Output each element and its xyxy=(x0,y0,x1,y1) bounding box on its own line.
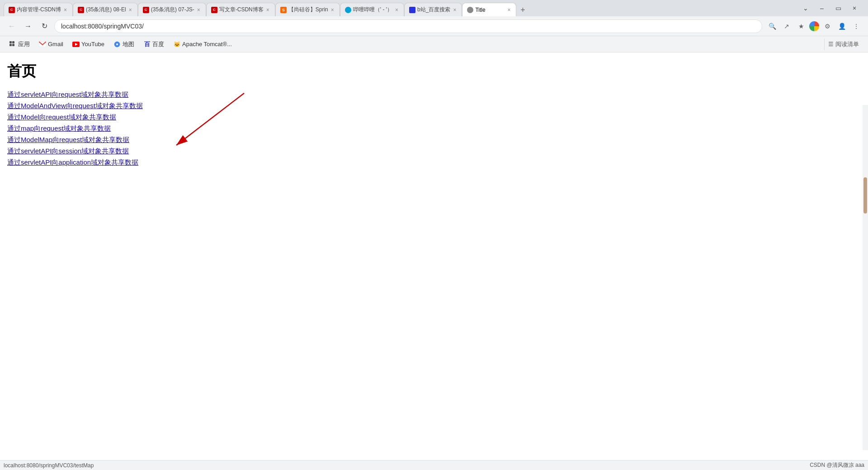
tab-label-3: (35条消息) 07-JS- xyxy=(151,6,194,14)
link-7[interactable]: 通过servletAPI向application域对象共享数据 xyxy=(7,158,861,167)
tab-7[interactable]: b站_百度搜索 × xyxy=(404,3,462,16)
content-area: 首页 通过servletAPI向request域对象共享数据 通过ModelAn… xyxy=(0,52,868,460)
reload-button[interactable]: ↻ xyxy=(38,20,51,33)
tab-label-2: (35条消息) 08-El xyxy=(86,6,126,14)
tab-list-button[interactable]: ⌄ xyxy=(799,2,812,14)
gmail-icon xyxy=(39,41,46,48)
page-title: 首页 xyxy=(7,62,861,81)
scrollbar-track[interactable] xyxy=(863,105,868,450)
tab-close-4[interactable]: × xyxy=(265,6,270,14)
chrome-icon[interactable] xyxy=(809,21,819,31)
link-6[interactable]: 通过servletAPI向session域对象共享数据 xyxy=(7,147,861,156)
reading-list-label: 阅读清单 xyxy=(835,40,859,48)
tab-label-5: 【尚硅谷】Sprin xyxy=(288,6,328,14)
address-actions: 🔍 ↗ ★ ⚙ 👤 ⋮ xyxy=(766,20,863,33)
bookmark-youtube-label: YouTube xyxy=(81,41,104,47)
tabs-area: C 内容管理-CSDN博 × C (35条消息) 08-El × C (35条消… xyxy=(4,0,799,16)
extensions-icon[interactable]: ⚙ xyxy=(821,20,834,33)
minimize-button[interactable]: – xyxy=(816,2,828,14)
bookmark-tomcat[interactable]: 🐱 Apache Tomcat®... xyxy=(170,39,236,50)
status-right-text: CSDN @清风微凉 aaa xyxy=(810,461,864,469)
bookmarks-bar: 应用 Gmail YouTube xyxy=(0,36,868,52)
tab-5[interactable]: S 【尚硅谷】Sprin × xyxy=(275,3,340,16)
page-content: 首页 通过servletAPI向request域对象共享数据 通过ModelAn… xyxy=(0,52,868,176)
tab-favicon-8 xyxy=(467,7,473,13)
tab-1[interactable]: C 内容管理-CSDN博 × xyxy=(4,3,73,16)
status-url: localhost:8080/springMVC03/testMap xyxy=(4,462,94,469)
svg-rect-3 xyxy=(12,44,14,46)
tomcat-icon: 🐱 xyxy=(173,41,180,48)
bookmark-maps-label: 地图 xyxy=(123,40,134,48)
tab-favicon-7 xyxy=(409,7,415,13)
link-2[interactable]: 通过ModelAndView向request域对象共享数据 xyxy=(7,102,861,110)
tab-2[interactable]: C (35条消息) 08-El × xyxy=(73,3,138,16)
tab-3[interactable]: C (35条消息) 07-JS- × xyxy=(138,3,206,16)
bookmark-icon[interactable]: ★ xyxy=(795,20,807,33)
link-4[interactable]: 通过map向request域对象共享数据 xyxy=(7,124,861,133)
svg-rect-0 xyxy=(9,41,12,43)
new-tab-button[interactable]: + xyxy=(516,4,529,16)
tab-label-8: Title xyxy=(475,7,505,13)
reading-list-button[interactable]: ☰ 阅读清单 xyxy=(824,38,863,50)
tab-close-5[interactable]: × xyxy=(330,6,335,14)
bookmark-apps-label: 应用 xyxy=(18,40,30,48)
link-1[interactable]: 通过servletAPI向request域对象共享数据 xyxy=(7,90,861,99)
link-3[interactable]: 通过Model向request域对象共享数据 xyxy=(7,113,861,122)
maps-icon xyxy=(113,41,121,48)
status-bar: localhost:8080/springMVC03/testMap CSDN … xyxy=(0,460,868,470)
profile-icon[interactable]: 👤 xyxy=(835,20,848,33)
tab-close-8[interactable]: × xyxy=(506,6,511,14)
svg-rect-1 xyxy=(12,41,14,43)
address-input[interactable]: localhost:8080/springMVC03/ xyxy=(54,19,762,33)
search-icon[interactable]: 🔍 xyxy=(766,20,778,33)
svg-point-8 xyxy=(116,43,118,45)
bookmark-maps[interactable]: 地图 xyxy=(110,38,138,50)
bookmark-youtube[interactable]: YouTube xyxy=(69,39,108,50)
tab-close-7[interactable]: × xyxy=(452,6,457,14)
bookmark-baidu-label: 百度 xyxy=(152,40,164,48)
window-controls: ⌄ – ▭ × xyxy=(799,2,864,14)
forward-button[interactable]: → xyxy=(22,20,34,33)
title-bar: C 内容管理-CSDN博 × C (35条消息) 08-El × C (35条消… xyxy=(0,0,868,16)
menu-icon[interactable]: ⋮ xyxy=(850,20,863,33)
browser-window: C 内容管理-CSDN博 × C (35条消息) 08-El × C (35条消… xyxy=(0,0,868,470)
tab-favicon-4: C xyxy=(211,7,217,13)
apps-icon xyxy=(9,41,16,48)
tab-label-6: 哔哩哔哩（' - '） xyxy=(353,6,392,14)
tab-close-6[interactable]: × xyxy=(394,6,399,14)
share-icon[interactable]: ↗ xyxy=(780,20,793,33)
tab-favicon-5: S xyxy=(280,7,287,13)
bookmark-baidu[interactable]: 百 百度 xyxy=(140,38,168,50)
svg-rect-2 xyxy=(9,44,12,46)
tab-label-7: b站_百度搜索 xyxy=(417,6,450,14)
scrollbar-thumb[interactable] xyxy=(863,177,867,214)
link-5[interactable]: 通过ModelMap向request域对象共享数据 xyxy=(7,136,861,144)
link-list: 通过servletAPI向request域对象共享数据 通过ModelAndVi… xyxy=(7,90,861,167)
youtube-icon xyxy=(72,41,80,48)
bookmark-apps[interactable]: 应用 xyxy=(5,38,33,50)
tab-4[interactable]: C 写文章-CSDN博客 × xyxy=(206,3,275,16)
address-bar: ← → ↻ localhost:8080/springMVC03/ 🔍 ↗ ★ … xyxy=(0,16,868,36)
back-button[interactable]: ← xyxy=(5,20,18,33)
tab-favicon-3: C xyxy=(143,7,149,13)
tab-favicon-1: C xyxy=(9,7,15,13)
tab-close-1[interactable]: × xyxy=(63,6,68,14)
tab-8-active[interactable]: Title × xyxy=(462,3,516,16)
tab-favicon-6 xyxy=(345,7,351,13)
bookmark-gmail-label: Gmail xyxy=(48,41,63,47)
baidu-icon: 百 xyxy=(143,41,151,48)
tab-close-3[interactable]: × xyxy=(196,6,201,14)
reading-list-icon: ☰ xyxy=(828,41,834,47)
tab-favicon-2: C xyxy=(78,7,84,13)
bookmark-gmail[interactable]: Gmail xyxy=(35,39,67,50)
close-button[interactable]: × xyxy=(848,2,861,14)
tab-close-2[interactable]: × xyxy=(128,6,133,14)
tab-label-4: 写文章-CSDN博客 xyxy=(219,6,264,14)
bookmark-tomcat-label: Apache Tomcat®... xyxy=(182,41,232,47)
maximize-button[interactable]: ▭ xyxy=(832,2,844,14)
tab-6[interactable]: 哔哩哔哩（' - '） × xyxy=(340,3,404,16)
tab-label-1: 内容管理-CSDN博 xyxy=(17,6,61,14)
